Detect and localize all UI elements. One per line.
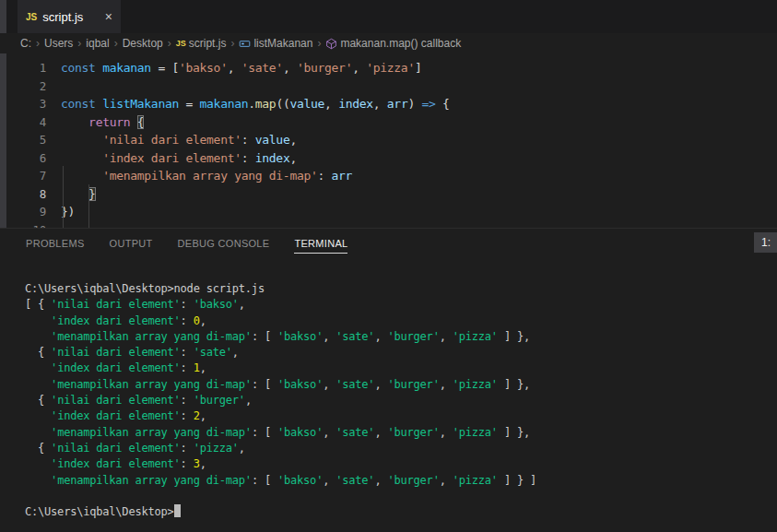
panel-header: PROBLEMSOUTPUTDEBUG CONSOLETERMINAL — [0, 229, 777, 257]
code-token: 'sate' — [241, 61, 283, 75]
panel-tab-debug-console[interactable]: DEBUG CONSOLE — [178, 229, 270, 257]
terminal-token: 'burger' — [387, 426, 439, 439]
breadcrumb-item-users[interactable]: Users — [44, 37, 73, 50]
code-line[interactable]: 1const makanan = ['bakso', 'sate', 'burg… — [0, 59, 777, 77]
terminal-line: { 'nilai dari element': 'burger', — [25, 393, 777, 408]
terminal-token: , — [323, 474, 336, 487]
code-token: { — [436, 97, 450, 111]
panel-tab-label: PROBLEMS — [26, 238, 85, 249]
panel-tab-terminal[interactable]: TERMINAL — [294, 229, 347, 257]
terminal-token: : — [181, 457, 194, 470]
terminal-token: { — [25, 442, 51, 455]
code-text: 'menampilkan array yang di-map': arr — [61, 167, 352, 185]
terminal-line: 'index dari element': 0, — [25, 313, 777, 329]
terminal-token — [25, 457, 51, 470]
terminal-token: 'sate' — [336, 330, 374, 343]
terminal-token: , — [323, 378, 336, 391]
code-token: value — [255, 133, 290, 147]
code-line[interactable]: 7 'menampilkan array yang di-map': arr — [0, 167, 777, 185]
code-text: 'nilai dari element': value, — [61, 131, 297, 149]
code-token — [61, 115, 88, 129]
panel-tab-problems[interactable]: PROBLEMS — [26, 229, 85, 257]
breadcrumb-item-c-[interactable]: C: — [20, 37, 31, 50]
code-line[interactable]: 5 'nilai dari element': value, — [0, 131, 777, 149]
code-line[interactable]: 9}) — [0, 203, 777, 221]
terminal-token: [ { — [25, 298, 51, 311]
terminal-token: 'burger' — [387, 474, 439, 487]
terminal-selector-dropdown[interactable]: 1: — [754, 232, 777, 253]
code-token: 'menampilkan array yang di-map' — [102, 169, 317, 183]
code-token: { — [137, 115, 145, 129]
panel-tab-label: TERMINAL — [294, 238, 347, 254]
code-line[interactable]: 6 'index dari element': index, — [0, 149, 777, 168]
code-token — [61, 151, 102, 165]
code-token: arr — [387, 97, 408, 111]
terminal-token: 'bakso' — [194, 298, 239, 311]
line-number: 4 — [0, 113, 46, 132]
panel-tab-label: DEBUG CONSOLE — [178, 238, 270, 249]
terminal-token: { — [25, 346, 51, 359]
terminal-token: : — [181, 314, 194, 327]
code-line[interactable]: 10 — [0, 221, 777, 229]
code-token: return — [88, 115, 130, 129]
terminal-token: : — [181, 346, 194, 359]
vscode-window: JS script.js × C:›Users›iqbal›Desktop›JS… — [0, 0, 777, 532]
terminal-token: , — [440, 330, 453, 343]
terminal-token: 'bakso' — [277, 474, 323, 487]
terminal-line: [ { 'nilai dari element': 'bakso', — [25, 297, 777, 313]
terminal-token: : [ — [252, 330, 277, 343]
terminal-token: , — [374, 378, 387, 391]
code-line[interactable]: 8 } — [0, 185, 777, 204]
breadcrumb-item-desktop[interactable]: Desktop — [123, 37, 163, 50]
terminal-token: 'pizza' — [194, 442, 239, 455]
terminal-token — [25, 330, 51, 343]
breadcrumb-item-iqbal[interactable]: iqbal — [86, 37, 109, 50]
breadcrumb-item-script-js[interactable]: JSscript.js — [176, 37, 227, 50]
terminal-token: ] }, — [498, 426, 530, 439]
code-token: , — [352, 61, 366, 75]
terminal-cursor — [174, 504, 181, 517]
terminal-token: , — [239, 442, 245, 455]
code-token: . — [248, 97, 255, 111]
terminal-token: 'index dari element' — [51, 457, 181, 470]
code-text: const listMakanan = makanan.map((value, … — [61, 95, 450, 113]
terminal-token: ] }, — [498, 378, 530, 391]
breadcrumb-item-listmakanan[interactable]: listMakanan — [239, 37, 312, 50]
code-token: makanan — [200, 97, 249, 111]
code-token: map — [255, 97, 277, 111]
terminal-token: 3 — [194, 457, 200, 470]
code-line[interactable]: 4 return { — [0, 113, 777, 132]
code-token: index — [255, 151, 290, 165]
code-token: const — [61, 61, 102, 75]
breadcrumb-label: listMakanan — [253, 37, 312, 50]
tab-label: script.js — [42, 10, 83, 24]
breadcrumb-item-makanan-map-callback[interactable]: makanan.map() callback — [325, 37, 461, 50]
terminal-token: 'burger' — [387, 378, 439, 391]
bottom-panel: PROBLEMSOUTPUTDEBUG CONSOLETERMINAL 1: C… — [0, 228, 777, 532]
terminal-token: , — [245, 394, 252, 407]
terminal[interactable]: C:\Users\iqbal\Desktop>node script.js[ {… — [0, 257, 777, 532]
code-token — [61, 133, 102, 147]
code-token: const — [61, 97, 102, 111]
code-line[interactable]: 2 — [0, 77, 777, 96]
panel-tab-output[interactable]: OUTPUT — [110, 229, 153, 257]
tab-script-js[interactable]: JS script.js × — [18, 0, 121, 33]
code-line[interactable]: 3const listMakanan = makanan.map((value,… — [0, 95, 777, 113]
terminal-token: 'index dari element' — [51, 314, 181, 327]
terminal-token: , — [200, 457, 206, 470]
terminal-token: 'sate' — [336, 378, 374, 391]
line-number: 6 — [0, 149, 46, 168]
terminal-token: , — [440, 378, 453, 391]
terminal-token: 'nilai dari element' — [51, 442, 181, 455]
terminal-token — [25, 474, 51, 487]
code-token: , — [289, 133, 297, 147]
terminal-token: 'sate' — [194, 346, 232, 359]
code-lines: 1const makanan = ['bakso', 'sate', 'burg… — [0, 59, 777, 228]
terminal-line: 'menampilkan array yang di-map': [ 'baks… — [25, 329, 777, 345]
code-token: , — [228, 61, 241, 75]
close-tab-icon[interactable]: × — [105, 10, 112, 23]
terminal-token: : — [181, 394, 194, 407]
code-text: } — [61, 185, 96, 204]
terminal-token: 'bakso' — [277, 426, 323, 439]
code-editor[interactable]: 1const makanan = ['bakso', 'sate', 'burg… — [0, 53, 777, 228]
